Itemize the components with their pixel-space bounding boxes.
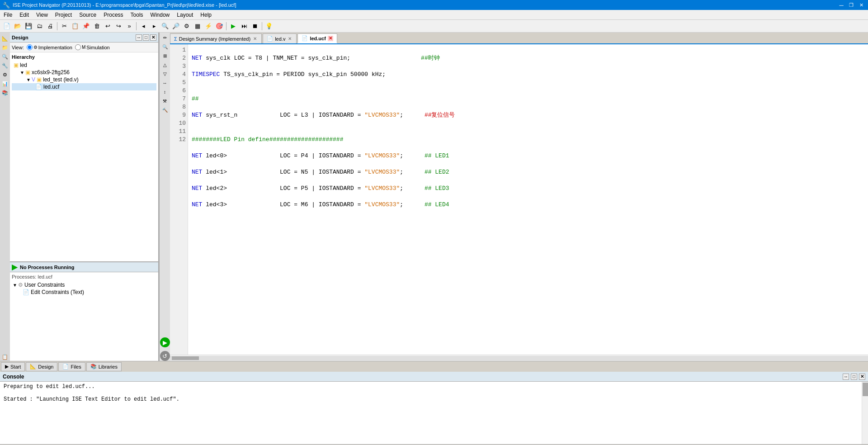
sidebar-icon-bottom[interactable]: 📋 [1,353,9,361]
expand-xc6[interactable]: ▼ [19,69,25,76]
restore-button[interactable]: ❐ [847,1,855,9]
implementation-radio-label[interactable]: ⚙ Implementation [27,44,72,50]
toolbar-synth[interactable]: ⚙ [182,21,192,31]
toolbar-open[interactable]: 📂 [13,21,23,31]
console-content[interactable]: Preparing to edit led.ucf... Started : "… [0,382,862,444]
simulation-radio-label[interactable]: M Simulation [75,44,110,50]
toolbar-redo[interactable]: ↪ [113,21,123,31]
code-line-10: NET led<2> LOC = P5 | IOSTANDARD = "LVCM… [192,185,864,193]
tab-led-v[interactable]: 📄 led.v ✕ [263,33,297,43]
expand-user-constraints[interactable]: ▼ [12,282,18,288]
btab-start[interactable]: ▶ Start [1,362,25,371]
code-editor[interactable]: 1 2 3 4 5 6 7 8 9 10 11 12 NET sys_clk L… [170,44,868,355]
sidebar-icon-2[interactable]: 📁 [1,43,9,52]
design-panel-close[interactable]: ✕ [150,34,156,41]
toolbar-navigate-back[interactable]: ◂ [138,21,148,31]
close-button[interactable]: ✕ [857,1,865,9]
toolbar-cut[interactable]: ✂ [59,21,69,31]
toolbar-implement[interactable]: ▦ [193,21,203,31]
toolbar-print[interactable]: 🖨 [45,21,55,31]
toolbar-save-all[interactable]: 🗂 [34,21,44,31]
tree-item-xc6[interactable]: ▼ ▣ xc6slx9-2ftg256 [12,69,156,76]
btab-design[interactable]: 📐 Design [26,362,57,371]
tree-item-leducf[interactable]: 📄 led.ucf [12,83,156,90]
toolbar-flash[interactable]: ⚡ [203,21,213,31]
editor-sidebar-arrow-up[interactable]: △ [161,61,169,69]
toolbar-target[interactable]: 🎯 [214,21,224,31]
sidebar-icon-7[interactable]: 📚 [1,89,9,97]
sidebar-icon-3[interactable]: 🔍 [1,52,9,61]
tree-item-led[interactable]: ▣ led [12,62,156,69]
toolbar-stop[interactable]: ⏹ [250,21,260,31]
editor-sidebar-arrow-dn[interactable]: ▽ [161,70,169,78]
stop-button[interactable]: ↺ [160,351,170,361]
console-vscroll-thumb[interactable] [863,383,868,396]
toolbar-save[interactable]: 💾 [24,21,33,31]
toolbar-more[interactable]: » [124,21,134,31]
btab-files[interactable]: 📄 Files [58,362,85,371]
toolbar-separator-3 [226,22,226,30]
toolbar-light[interactable]: 💡 [264,21,274,31]
editor-sidebar-pencil[interactable]: ✏ [161,33,169,42]
proc-item-user-constraints[interactable]: ▼ ⚙ User Constraints [12,281,156,289]
hscroll-track[interactable] [170,356,868,360]
toolbar-copy[interactable]: 📋 [70,21,80,31]
toolbar-navigate-fwd[interactable]: ▸ [149,21,159,31]
menu-item-view[interactable]: View [33,10,52,19]
menu-item-help[interactable]: Help [197,10,215,19]
menu-item-edit[interactable]: Edit [16,10,33,19]
expand-ledtest[interactable]: ▼ [25,76,32,83]
sidebar-icon-1[interactable]: 📐 [1,34,9,43]
minimize-button[interactable]: ─ [837,1,845,9]
editor-hscroll[interactable] [170,355,868,361]
toolbar-delete[interactable]: 🗑 [92,21,102,31]
tree-item-ledtest[interactable]: ▼ V ▣ led_test (led.v) [12,76,156,83]
editor-sidebar-tool1[interactable]: ⚒ [161,97,169,105]
sidebar-icon-5[interactable]: ⚙ [1,71,9,79]
tree-label-led: led [20,62,27,68]
toolbar-undo[interactable]: ↩ [103,21,113,31]
console-scrollbar[interactable] [862,382,868,444]
menu-item-window[interactable]: Window [147,10,174,19]
menu-item-file[interactable]: File [0,10,16,19]
proc-item-edit-constraints[interactable]: 📄 Edit Constraints (Text) [12,289,156,296]
design-panel-minimize[interactable]: □ [143,34,149,41]
sidebar-icon-6[interactable]: 📊 [1,80,9,88]
editor-sidebar-filter[interactable]: ⊞ [161,52,169,60]
editor-sidebar-zoom[interactable]: 🔍 [161,43,169,51]
tab-close-led-v[interactable]: ✕ [287,36,292,42]
toolbar-search[interactable]: 🔍 [160,21,170,31]
toolbar-run[interactable]: ▶ [228,21,238,31]
menu-item-tools[interactable]: Tools [127,10,147,19]
tab-icon-ledcf: 📄 [302,35,308,41]
hscroll-thumb[interactable] [172,356,199,360]
run-button[interactable]: ▶ [160,337,170,347]
editor-sidebar-expand[interactable]: ↔ [161,79,169,87]
console-minimize[interactable]: □ [851,374,857,380]
console-close[interactable]: ✕ [859,374,865,380]
toolbar-paste[interactable]: 📌 [81,21,91,31]
code-content[interactable]: NET sys_clk LOC = T8 | TNM_NET = sys_clk… [188,44,868,355]
tab-design-summary[interactable]: Σ Design Summary (Implemented) ✕ [170,33,262,43]
toolbar-search2[interactable]: 🔎 [171,21,181,31]
processes-header: ▶ No Processes Running [10,262,158,272]
design-panel-expand[interactable]: ↔ [136,34,142,41]
tab-led-ucf[interactable]: 📄 led.ucf ✕ [297,33,337,43]
tab-bar: Σ Design Summary (Implemented) ✕ 📄 led.v… [170,33,868,44]
btab-libraries[interactable]: 📚 Libraries [86,362,122,371]
menu-item-layout[interactable]: Layout [173,10,197,19]
simulation-radio[interactable] [75,44,81,50]
toolbar-step[interactable]: ⏭ [239,21,249,31]
menu-item-project[interactable]: Project [52,10,75,19]
tab-close-led-ucf[interactable]: ✕ [328,36,333,41]
menu-item-process[interactable]: Process [100,10,127,19]
tab-close-design-summary[interactable]: ✕ [252,36,258,42]
implementation-radio[interactable] [27,44,33,50]
editor-sidebar-collapse[interactable]: ↕ [161,88,169,96]
view-label: View: [12,45,24,50]
sidebar-icon-4[interactable]: 🔧 [1,62,9,70]
menu-item-source[interactable]: Source [75,10,100,19]
editor-sidebar-tool2[interactable]: 🔨 [161,106,169,114]
toolbar-new[interactable]: 📄 [2,21,12,31]
console-expand[interactable]: ↔ [843,374,849,380]
